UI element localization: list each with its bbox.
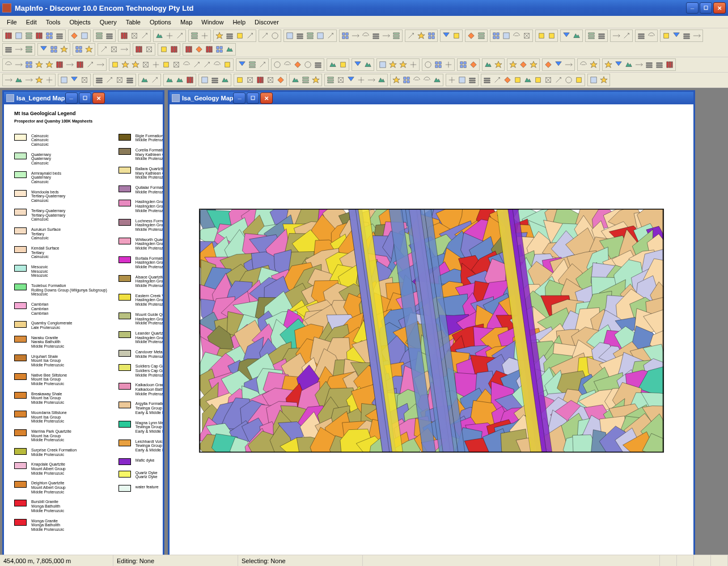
toolbar-button[interactable] <box>74 44 84 54</box>
toolbar-button[interactable] <box>24 75 34 85</box>
toolbar-button[interactable] <box>104 75 115 85</box>
toolbar-button[interactable] <box>109 44 119 54</box>
toolbar-button[interactable] <box>220 75 230 85</box>
toolbar-button[interactable] <box>225 31 235 41</box>
toolbar-button[interactable] <box>184 44 194 54</box>
toolbar-button[interactable] <box>422 75 432 85</box>
toolbar-button[interactable] <box>376 75 387 85</box>
toolbar-button[interactable] <box>79 75 90 85</box>
toolbar-button[interactable] <box>613 60 624 70</box>
toolbar-button[interactable] <box>561 31 572 41</box>
toolbar-button[interactable] <box>34 31 44 41</box>
toolbar-button[interactable] <box>682 31 692 41</box>
toolbar-button[interactable] <box>212 60 222 70</box>
toolbar-button[interactable] <box>664 60 675 70</box>
toolbar-button[interactable] <box>408 60 418 70</box>
toolbar-button[interactable] <box>363 60 373 70</box>
toolbar-button[interactable] <box>79 31 90 41</box>
toolbar-button[interactable] <box>536 31 547 41</box>
minimize-button[interactable] <box>686 2 699 14</box>
geology-title-bar[interactable]: Isa_Geology Map <box>170 92 693 104</box>
toolbar-button[interactable] <box>34 60 44 70</box>
menu-file[interactable]: File <box>2 18 22 27</box>
toolbar-button[interactable] <box>272 60 282 70</box>
toolbar-button[interactable] <box>164 75 175 85</box>
close-button[interactable] <box>713 2 726 14</box>
menu-window[interactable]: Window <box>197 18 228 27</box>
toolbar-button[interactable] <box>596 31 607 41</box>
toolbar-button[interactable] <box>69 75 79 85</box>
menu-edit[interactable]: Edit <box>22 18 41 27</box>
toolbar-button[interactable] <box>654 60 664 70</box>
toolbar-button[interactable] <box>502 75 513 85</box>
toolbar-button[interactable] <box>245 31 255 41</box>
toolbar-button[interactable] <box>130 60 141 70</box>
toolbar-button[interactable] <box>611 31 621 41</box>
toolbar-button[interactable] <box>169 44 179 54</box>
toolbar-button[interactable] <box>543 75 553 85</box>
toolbar-button[interactable] <box>222 60 232 70</box>
toolbar-button[interactable] <box>54 60 65 70</box>
toolbar-button[interactable] <box>661 31 671 41</box>
toolbar-button[interactable] <box>260 31 270 41</box>
toolbar-button[interactable] <box>624 60 634 70</box>
toolbar-button[interactable] <box>39 44 49 54</box>
toolbar-button[interactable] <box>293 60 303 70</box>
toolbar-button[interactable] <box>276 75 286 85</box>
toolbar-button[interactable] <box>95 60 105 70</box>
toolbar-button[interactable] <box>483 60 493 70</box>
maximize-button[interactable] <box>700 2 712 14</box>
toolbar-button[interactable] <box>361 31 371 41</box>
legend-title-bar[interactable]: Isa_Legend Map <box>4 92 163 104</box>
toolbar-button[interactable] <box>451 31 462 41</box>
toolbar-button[interactable] <box>24 44 34 54</box>
toolbar-button[interactable] <box>636 31 646 41</box>
toolbar-button[interactable] <box>447 75 457 85</box>
toolbar-button[interactable] <box>200 31 210 41</box>
toolbar-button[interactable] <box>603 60 613 70</box>
toolbar-button[interactable] <box>398 60 408 70</box>
toolbar-button[interactable] <box>44 60 54 70</box>
toolbar-button[interactable] <box>237 60 247 70</box>
toolbar-button[interactable] <box>325 75 336 85</box>
toolbar-button[interactable] <box>185 75 195 85</box>
toolbar-button[interactable] <box>235 75 245 85</box>
menu-table[interactable]: Table <box>121 18 145 27</box>
toolbar-button[interactable] <box>161 60 171 70</box>
toolbar-button[interactable] <box>192 60 202 70</box>
toolbar-button[interactable] <box>433 60 443 70</box>
toolbar-button[interactable] <box>356 75 366 85</box>
toolbar-button[interactable] <box>85 60 95 70</box>
toolbar-button[interactable] <box>406 31 416 41</box>
toolbar-button[interactable] <box>225 44 235 54</box>
geology-minimize-button[interactable] <box>233 92 246 104</box>
toolbar-button[interactable] <box>134 44 144 54</box>
toolbar-button[interactable] <box>171 60 181 70</box>
toolbar-button[interactable] <box>94 31 104 41</box>
toolbar-button[interactable] <box>59 75 69 85</box>
menu-tools[interactable]: Tools <box>41 18 65 27</box>
toolbar-button[interactable] <box>120 60 130 70</box>
toolbar-button[interactable] <box>3 31 14 41</box>
toolbar-button[interactable] <box>572 31 582 41</box>
toolbar-button[interactable] <box>164 31 175 41</box>
toolbar-button[interactable] <box>200 75 210 85</box>
toolbar-button[interactable] <box>214 31 225 41</box>
toolbar-button[interactable] <box>94 75 104 85</box>
toolbar-button[interactable] <box>336 75 346 85</box>
toolbar-button[interactable] <box>634 60 644 70</box>
toolbar-button[interactable] <box>44 75 54 85</box>
toolbar-button[interactable] <box>328 60 338 70</box>
toolbar-button[interactable] <box>671 31 682 41</box>
toolbar-button[interactable] <box>401 75 412 85</box>
toolbar-button[interactable] <box>119 44 129 54</box>
toolbar-button[interactable] <box>391 75 401 85</box>
toolbar-button[interactable] <box>589 60 599 70</box>
toolbar-button[interactable] <box>466 31 476 41</box>
toolbar-button[interactable] <box>578 60 589 70</box>
toolbar-button[interactable] <box>151 60 161 70</box>
toolbar-button[interactable] <box>257 60 268 70</box>
toolbar-button[interactable] <box>14 60 24 70</box>
toolbar-button[interactable] <box>423 60 433 70</box>
toolbar-button[interactable] <box>175 75 185 85</box>
